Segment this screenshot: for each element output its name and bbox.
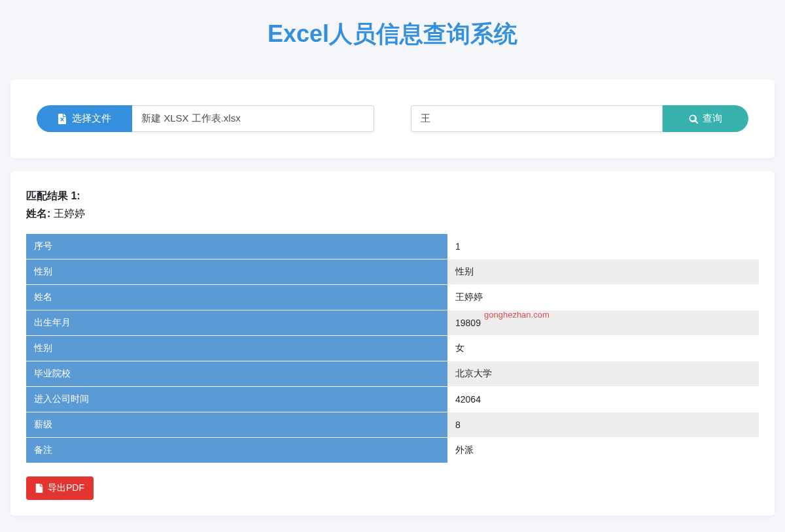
name-value: 王婷婷 bbox=[54, 208, 85, 219]
result-table: 序号1性别性别姓名王婷婷出生年月19809性别女毕业院校北京大学进入公司时间42… bbox=[26, 234, 759, 463]
field-label: 性别 bbox=[26, 336, 447, 361]
toolbar-card: 选择文件 查询 bbox=[10, 79, 775, 158]
field-label: 毕业院校 bbox=[26, 361, 447, 387]
table-row: 毕业院校北京大学 bbox=[26, 361, 759, 387]
field-value: 1 bbox=[447, 234, 759, 259]
name-label: 姓名: bbox=[26, 208, 50, 219]
field-label: 性别 bbox=[26, 259, 447, 285]
search-group: 查询 bbox=[411, 105, 748, 132]
field-value: 北京大学 bbox=[447, 361, 759, 387]
choose-file-label: 选择文件 bbox=[72, 112, 111, 125]
file-pdf-icon bbox=[35, 484, 43, 493]
table-row: 序号1 bbox=[26, 234, 759, 259]
table-row: 薪级8 bbox=[26, 412, 759, 438]
field-value: 外派 bbox=[447, 438, 759, 463]
field-value: 性别 bbox=[447, 259, 759, 285]
field-value: 王婷婷 bbox=[447, 285, 759, 310]
field-label: 备注 bbox=[26, 438, 447, 463]
table-row: 性别性别 bbox=[26, 259, 759, 285]
table-row: 性别女 bbox=[26, 336, 759, 361]
table-row: 进入公司时间42064 bbox=[26, 387, 759, 412]
table-row: 备注外派 bbox=[26, 438, 759, 463]
table-row: 姓名王婷婷 bbox=[26, 285, 759, 310]
field-value: 女 bbox=[447, 336, 759, 361]
field-value: 42064 bbox=[447, 387, 759, 412]
field-label: 出生年月 bbox=[26, 310, 447, 336]
search-input[interactable] bbox=[411, 105, 663, 132]
file-name-input[interactable] bbox=[132, 105, 374, 132]
field-label: 姓名 bbox=[26, 285, 447, 310]
export-pdf-button[interactable]: 导出PDF bbox=[26, 476, 94, 500]
match-header: 匹配结果 1: 姓名: 王婷婷 bbox=[26, 187, 759, 222]
search-icon bbox=[689, 114, 698, 124]
field-value: 8 bbox=[447, 412, 759, 438]
table-row: 出生年月19809 bbox=[26, 310, 759, 336]
field-value: 19809 bbox=[447, 310, 759, 336]
results-card: 匹配结果 1: 姓名: 王婷婷 序号1性别性别姓名王婷婷出生年月19809性别女… bbox=[10, 171, 775, 516]
field-label: 薪级 bbox=[26, 412, 447, 438]
export-pdf-label: 导出PDF bbox=[48, 482, 84, 494]
file-excel-icon bbox=[58, 114, 67, 124]
field-label: 进入公司时间 bbox=[26, 387, 447, 412]
match-result-label: 匹配结果 1: bbox=[26, 190, 80, 201]
search-button[interactable]: 查询 bbox=[663, 105, 748, 132]
field-label: 序号 bbox=[26, 234, 447, 259]
search-button-label: 查询 bbox=[703, 112, 722, 125]
page-title: Excel人员信息查询系统 bbox=[0, 0, 785, 79]
file-group: 选择文件 bbox=[37, 105, 374, 132]
choose-file-button[interactable]: 选择文件 bbox=[37, 105, 132, 132]
